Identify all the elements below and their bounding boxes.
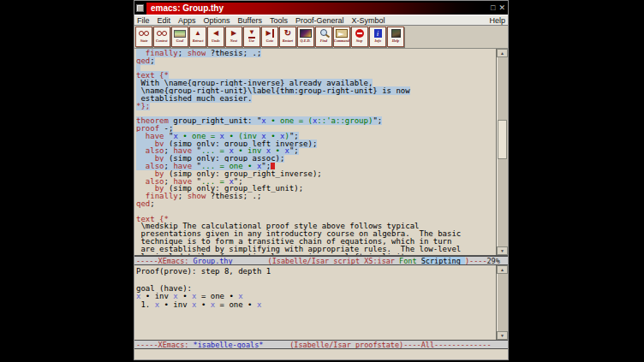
menu-item-file[interactable]: File [137,16,150,25]
retract-button[interactable]: Retract [189,27,206,47]
script-scrollbar-thumb[interactable] [498,120,507,159]
code-line[interactable]: finally; show ?thesis; .; [136,50,496,57]
code-line[interactable]: *}; [136,103,496,110]
script-buffer[interactable]: finally; show ?thesis; .;qed; text {* Wi… [134,49,496,255]
minibuffer[interactable] [134,349,508,359]
xemacs-window: emacs: Group.thy □ ✕ FileEditAppsOptions… [134,0,509,360]
find-button[interactable]: Find [315,27,332,47]
scrollbar-down-icon[interactable]: ▼ [497,246,508,255]
scrollbar-up-icon[interactable]: ▲ [497,265,508,274]
menu-item-tools[interactable]: Tools [270,16,288,25]
window-title: emacs: Group.thy [146,3,484,15]
menu-item-buffers[interactable]: Buffers [238,16,262,25]
pointing-hand-icon [336,29,348,38]
code-line[interactable]: logical details of equational reasoning … [136,253,496,255]
goals-buffer[interactable]: Proof(prove): step 8, depth 1goal (have)… [134,265,496,340]
help-image-icon [391,29,401,38]
qed-image-icon [300,29,312,38]
toolbar-button-label: Undo [212,39,220,43]
code-line[interactable]: theorem group_right_unit: "x • one = (x:… [136,117,496,125]
restart-button[interactable]: Restart [279,27,296,47]
toolbar-button-label: Stop [356,39,363,43]
use-button[interactable]: Use [243,27,260,47]
toolbar-button-label: Use [249,39,255,43]
down-arrow-icon [248,28,255,39]
toolbar-button-label: Help [392,39,399,43]
next-button[interactable]: Next [225,27,242,47]
menubar: FileEditAppsOptionsBuffersToolsProof-Gen… [134,15,508,26]
close-button[interactable]: ✕ [498,1,505,15]
stop-button[interactable]: Stop [351,27,368,47]
goal-line[interactable]: 1. x • inv x • x = one • x [136,301,496,310]
toolbar-button-label: Goal [176,39,183,43]
desktop-background: emacs: Group.thy □ ✕ FileEditAppsOptions… [0,0,644,362]
menu-item-x-symbol[interactable]: X-Symbol [351,16,385,25]
info-button[interactable]: iInfo [369,27,386,47]
toolbar-button-label: State [140,39,148,43]
stop-icon [355,29,364,38]
goto-button[interactable]: Goto [261,27,278,47]
toolbar-button-label: Q.E.D. [301,39,311,43]
restart-icon [284,29,291,39]
glasses-icon [139,31,150,36]
titlebar[interactable]: emacs: Group.thy □ ✕ [134,1,508,15]
toolbar-button-label: Next [230,39,237,43]
toolbar-button-label: Command [334,39,349,43]
scrollbar-up-icon[interactable]: ▲ [497,49,508,57]
goal-line[interactable]: Proof(prove): step 8, depth 1 [136,268,496,276]
menu-item-apps[interactable]: Apps [178,16,196,25]
undo-button[interactable]: Undo [207,27,224,47]
magnifier-icon [319,29,330,38]
scrollbar-down-icon[interactable]: ▼ [497,331,508,340]
code-line[interactable]: qed; [136,200,496,208]
code-line[interactable]: finally; show ?thesis; .; [136,193,496,200]
up-arrow-icon [194,29,201,38]
menu-item-help[interactable]: Help [489,16,505,25]
script-modeline: -----XEmacs: Group.thy (Isabelle/Isar sc… [134,256,508,265]
goto-arrow-icon [265,29,273,38]
toolbar: StateContextGoalRetractUndoNextUseGotoRe… [134,26,508,49]
glasses-icon [157,31,168,36]
script-buffer-area: finally; show ?thesis; .;qed; text {* Wi… [134,49,508,256]
command-button[interactable]: Command [333,27,350,47]
right-arrow-icon [231,29,236,38]
context-button[interactable]: Context [153,27,170,47]
menu-item-edit[interactable]: Edit [158,16,171,25]
toolbar-button-label: Context [156,39,168,43]
toolbar-button-label: Info [374,39,380,43]
code-line[interactable]: qed; [136,57,496,65]
goals-scrollbar-trough[interactable] [497,274,508,331]
menubar-items: FileEditAppsOptionsBuffersToolsProof-Gen… [137,16,489,25]
goals-modeline: -----XEmacs: *isabelle-goals* (Isabelle/… [134,340,508,349]
state-button[interactable]: State [135,27,152,47]
menu-item-proof-general[interactable]: Proof-General [295,16,344,25]
toolbar-button-label: Find [320,39,327,43]
menu-item-options[interactable]: Options [204,16,230,25]
info-icon: i [374,29,382,38]
qed-button[interactable]: Q.E.D. [297,27,314,47]
code-line[interactable] [136,208,496,216]
goals-scrollbar[interactable]: ▲ ▼ [496,265,508,340]
toolbar-button-label: Restart [283,39,293,43]
code-line[interactable] [136,65,496,73]
goal-image-icon [174,30,186,38]
toolbar-button-label: Goto [266,39,273,43]
toolbar-button-label: Retract [193,39,204,43]
maximize-button[interactable]: □ [491,1,495,15]
window-menu-button[interactable] [136,4,144,12]
left-arrow-icon [213,29,218,38]
help-button[interactable]: Help [387,27,404,47]
code-line[interactable]: established much easier. [136,95,496,103]
goal-button[interactable]: Goal [171,27,188,47]
goals-buffer-area: Proof(prove): step 8, depth 1goal (have)… [134,265,508,340]
script-scrollbar-trough[interactable] [497,57,508,246]
script-scrollbar[interactable]: ▲ ▼ [496,49,508,255]
